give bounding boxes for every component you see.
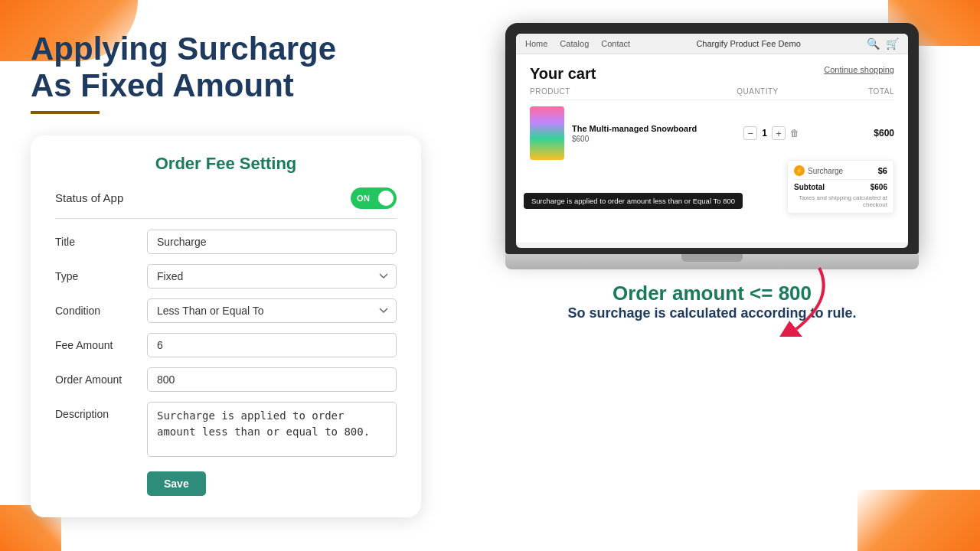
- title-row: Title: [55, 230, 397, 254]
- toggle-circle: [378, 191, 394, 206]
- fee-amount-label: Fee Amount: [55, 333, 147, 351]
- form-card: Order Fee Setting Status of App ON Title…: [31, 135, 421, 517]
- surcharge-line: ⚡ Surcharge $6: [794, 165, 887, 180]
- page-title: Applying Surcharge As Fixed Amount: [31, 31, 459, 105]
- surcharge-label: Surcharge: [808, 167, 843, 175]
- surcharge-tooltip: Surcharge is applied to order amount les…: [524, 193, 743, 209]
- surcharge-tooltip-wrapper: Surcharge is applied to order amount les…: [524, 187, 743, 209]
- left-panel: Applying Surcharge As Fixed Amount Order…: [31, 31, 459, 528]
- laptop-base: [505, 254, 919, 269]
- continue-shopping-link[interactable]: Continue shopping: [824, 65, 894, 74]
- fee-amount-input[interactable]: [147, 333, 397, 357]
- status-label: Status of App: [55, 191, 123, 204]
- browser-nav-links: Home Catalog Contact: [525, 39, 630, 48]
- type-field-label: Type: [55, 264, 147, 282]
- cart-header: Your cart Continue shopping: [530, 65, 894, 83]
- cart-table-header: PRODUCT QUANTITY TOTAL: [530, 87, 894, 100]
- order-amount-input[interactable]: [147, 367, 397, 392]
- toggle-text: ON: [357, 194, 371, 203]
- search-icon[interactable]: 🔍: [867, 37, 880, 50]
- cart-summary: ⚡ Surcharge $6 Subtotal $606 Taxes and s…: [787, 160, 894, 214]
- cart-title: Your cart: [530, 65, 596, 83]
- type-select[interactable]: Fixed: [147, 264, 397, 289]
- title-field-label: Title: [55, 230, 147, 248]
- store-name: Chargify Product Fee Demo: [644, 39, 853, 48]
- status-toggle[interactable]: ON: [351, 187, 397, 209]
- subtotal-line: Subtotal $606: [794, 183, 887, 191]
- description-row: Description Surcharge is applied to orde…: [55, 402, 397, 457]
- browser-icons: 🔍 🛒: [867, 37, 899, 50]
- description-textarea[interactable]: Surcharge is applied to order amount les…: [147, 402, 397, 457]
- description-label: Description: [55, 402, 147, 420]
- subtotal-amount: $606: [871, 183, 887, 191]
- nav-catalog[interactable]: Catalog: [560, 39, 589, 48]
- surcharge-amount: $6: [878, 166, 887, 175]
- nav-contact[interactable]: Contact: [601, 39, 630, 48]
- item-price: $600: [572, 135, 726, 143]
- status-row: Status of App ON: [55, 187, 397, 219]
- save-button[interactable]: Save: [147, 471, 206, 496]
- title-input[interactable]: [147, 230, 397, 254]
- col-qty-header: QUANTITY: [712, 87, 803, 96]
- form-card-title: Order Fee Setting: [55, 154, 397, 174]
- laptop: Home Catalog Contact Chargify Product Fe…: [505, 23, 919, 269]
- snowboard-image: [530, 106, 564, 160]
- order-amount-row: Order Amount: [55, 367, 397, 392]
- laptop-screen-inner: Home Catalog Contact Chargify Product Fe…: [516, 34, 908, 248]
- surcharge-icon: ⚡: [794, 165, 805, 176]
- order-amount-label: Order Amount: [55, 367, 147, 386]
- col-total-header: TOTAL: [803, 87, 894, 96]
- cart-item-row: The Multi-managed Snowboard $600 − 1 + 🗑…: [530, 106, 894, 160]
- col-product-header: PRODUCT: [530, 87, 712, 96]
- arrow-icon: [750, 260, 842, 337]
- qty-increase-button[interactable]: +: [772, 126, 786, 140]
- condition-field-label: Condition: [55, 298, 147, 317]
- type-row: Type Fixed: [55, 264, 397, 289]
- qty-value: 1: [762, 128, 767, 139]
- item-name: The Multi-managed Snowboard: [572, 124, 726, 133]
- laptop-notch: [681, 254, 743, 262]
- right-panel: Home Catalog Contact Chargify Product Fe…: [459, 31, 949, 528]
- qty-controls: − 1 + 🗑: [733, 126, 810, 140]
- item-total: $600: [818, 128, 894, 139]
- browser-nav: Home Catalog Contact Chargify Product Fe…: [516, 34, 908, 54]
- cart-page: Your cart Continue shopping PRODUCT QUAN…: [516, 54, 908, 243]
- condition-row: Condition Less Than or Equal To: [55, 298, 397, 323]
- condition-select[interactable]: Less Than or Equal To: [147, 298, 397, 323]
- cart-icon[interactable]: 🛒: [886, 37, 899, 50]
- fee-amount-row: Fee Amount: [55, 333, 397, 357]
- qty-decrease-button[interactable]: −: [743, 126, 757, 140]
- taxes-note: Taxes and shipping calculated at checkou…: [794, 194, 887, 208]
- surcharge-label-badge: ⚡ Surcharge: [794, 165, 843, 176]
- nav-home[interactable]: Home: [525, 39, 547, 48]
- title-underline: [31, 111, 100, 114]
- item-details: The Multi-managed Snowboard $600: [572, 124, 726, 143]
- subtotal-label: Subtotal: [794, 183, 825, 191]
- remove-item-button[interactable]: 🗑: [790, 128, 799, 139]
- laptop-screen-outer: Home Catalog Contact Chargify Product Fe…: [505, 23, 919, 254]
